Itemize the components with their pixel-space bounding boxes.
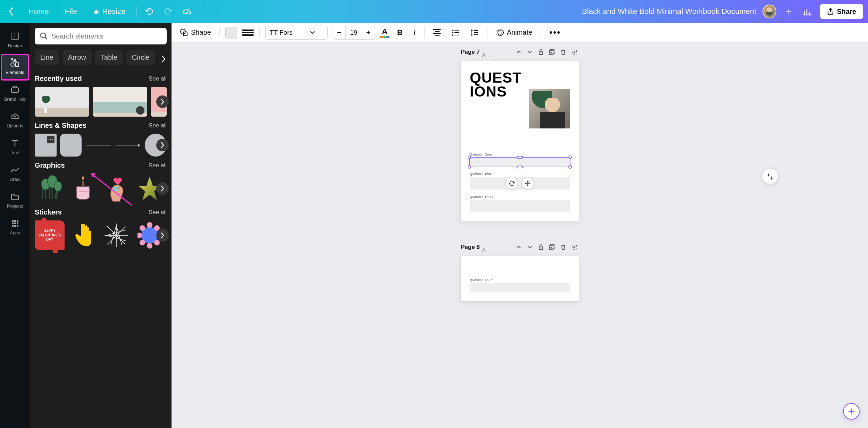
pills-scroll-right[interactable] — [156, 48, 172, 70]
page-up-button[interactable] — [514, 243, 523, 252]
shapes-scroll-right[interactable] — [156, 139, 169, 151]
page-title-line1[interactable]: QUEST — [470, 71, 570, 85]
nav-draw[interactable]: Draw — [1, 161, 28, 187]
delete-page-button[interactable] — [559, 48, 568, 57]
add-collaborator-button[interactable]: ＋ — [783, 5, 795, 18]
move-element-button[interactable] — [521, 177, 534, 190]
file-menu[interactable]: File — [60, 5, 82, 18]
share-button[interactable]: Share — [820, 4, 863, 19]
font-size-decrease[interactable]: − — [333, 26, 345, 39]
sticker-valentines[interactable]: HAPPY VALENTINE'S DAY — [35, 220, 65, 250]
sticker-pointer-hand[interactable] — [68, 220, 98, 250]
nav-text[interactable]: Text — [1, 135, 28, 160]
question-4-box[interactable] — [470, 283, 570, 292]
pill-circle[interactable]: Circle — [126, 50, 155, 65]
see-all-graphics[interactable]: See all — [149, 162, 167, 169]
see-all-stickers[interactable]: See all — [149, 209, 167, 216]
spacing-button[interactable] — [468, 27, 482, 39]
page-8[interactable]: Question Four: — [461, 256, 579, 301]
assistant-button[interactable] — [843, 403, 860, 420]
add-page-button[interactable] — [570, 243, 579, 252]
pill-arrow[interactable]: Arrow — [62, 50, 92, 65]
document-title[interactable]: Black and White Bold Minimal Workbook Do… — [582, 7, 756, 16]
question-3-box[interactable] — [470, 200, 570, 212]
bullet-list-button[interactable] — [449, 27, 463, 38]
resize-handle-tr[interactable] — [568, 156, 572, 159]
page-photo[interactable] — [529, 89, 570, 128]
lock-page-button[interactable] — [536, 243, 545, 252]
more-options-button[interactable]: ••• — [546, 25, 564, 40]
sticker-sparkle[interactable] — [101, 220, 131, 250]
design-icon — [10, 31, 20, 41]
animate-button[interactable]: Animate — [493, 26, 535, 39]
recent-thumb-2[interactable]: ♛ — [93, 87, 147, 117]
page-down-button[interactable] — [525, 48, 534, 57]
duplicate-page-button[interactable] — [548, 48, 557, 57]
shape-arrow-line[interactable] — [115, 134, 141, 157]
lock-page-button[interactable] — [536, 48, 545, 57]
stickers-scroll-right[interactable] — [156, 229, 169, 242]
magic-suggest-button[interactable] — [762, 169, 778, 184]
nav-projects[interactable]: Projects — [1, 188, 28, 213]
duplicate-page-button[interactable] — [548, 243, 557, 252]
font-family-select[interactable]: TT Fors — [265, 26, 328, 40]
back-icon[interactable] — [5, 5, 17, 18]
font-size-value[interactable]: 19 — [345, 26, 362, 39]
graphic-hand-heart[interactable] — [101, 174, 131, 203]
resize-handle-br[interactable] — [568, 165, 572, 169]
swap-element-button[interactable] — [506, 177, 518, 190]
text-color-button[interactable]: A — [380, 27, 390, 38]
nav-elements[interactable]: Elements — [1, 54, 28, 80]
redo-button[interactable] — [162, 5, 174, 18]
page-down-button[interactable] — [525, 243, 534, 252]
shape-line[interactable] — [85, 134, 111, 157]
resize-handle-tl[interactable] — [468, 156, 471, 159]
graphic-plant[interactable] — [35, 174, 65, 203]
question-4-label[interactable]: Question Four: — [470, 278, 570, 282]
nav-design[interactable]: Design — [1, 28, 28, 53]
elements-icon — [10, 58, 20, 68]
search-input[interactable] — [51, 32, 162, 40]
question-2-label[interactable]: Question Two: — [470, 172, 570, 176]
resize-handle-bm[interactable] — [517, 166, 523, 168]
nav-brand-hub[interactable]: CO. Brand Hub — [1, 81, 28, 107]
text-align-button[interactable] — [430, 26, 444, 39]
resize-menu[interactable]: Resize — [88, 5, 130, 18]
page-7[interactable]: QUEST IONS Question One: Question Two: — [461, 61, 579, 221]
canvas-viewport[interactable]: Page 7 - A… QUEST IONS Question One: — [172, 42, 868, 428]
resize-handle-tm[interactable] — [517, 156, 523, 159]
nav-uploads[interactable]: Uploads — [1, 108, 28, 133]
analytics-button[interactable] — [801, 5, 814, 18]
bold-button[interactable]: B — [394, 26, 406, 39]
fill-color-swatch[interactable] — [225, 27, 237, 39]
font-size-increase[interactable]: + — [362, 26, 375, 39]
nav-apps[interactable]: Apps — [1, 215, 28, 240]
cloud-sync-icon[interactable] — [181, 5, 193, 18]
see-all-recent[interactable]: See all — [149, 75, 167, 82]
svg-rect-43 — [454, 32, 459, 33]
graphic-candle[interactable] — [68, 174, 98, 203]
shape-tool-button[interactable]: Shape — [177, 26, 214, 39]
shape-square[interactable] — [35, 134, 57, 157]
delete-page-button[interactable] — [559, 243, 568, 252]
resize-handle-bl[interactable] — [468, 165, 471, 169]
undo-button[interactable] — [143, 5, 156, 18]
pill-table[interactable]: Table — [95, 50, 123, 65]
italic-button[interactable]: I — [410, 26, 419, 39]
home-button[interactable]: Home — [24, 5, 54, 18]
add-page-button[interactable] — [570, 48, 579, 57]
pill-line[interactable]: Line — [35, 50, 59, 65]
shape-rounded-square[interactable] — [60, 134, 82, 157]
see-all-shapes[interactable]: See all — [149, 122, 167, 129]
page-up-button[interactable] — [514, 48, 523, 57]
avatar[interactable] — [762, 5, 776, 18]
graphics-scroll-right[interactable] — [156, 182, 169, 195]
border-style-button[interactable] — [242, 27, 254, 39]
question-2-box[interactable] — [470, 177, 570, 190]
question-1-box[interactable] — [470, 158, 570, 167]
section-recently-used: Recently used — [35, 75, 82, 83]
recent-scroll-right[interactable] — [156, 95, 169, 108]
question-3-label[interactable]: Question Three: — [470, 195, 570, 199]
recent-thumb-1[interactable] — [35, 87, 89, 117]
search-elements[interactable] — [35, 28, 167, 44]
